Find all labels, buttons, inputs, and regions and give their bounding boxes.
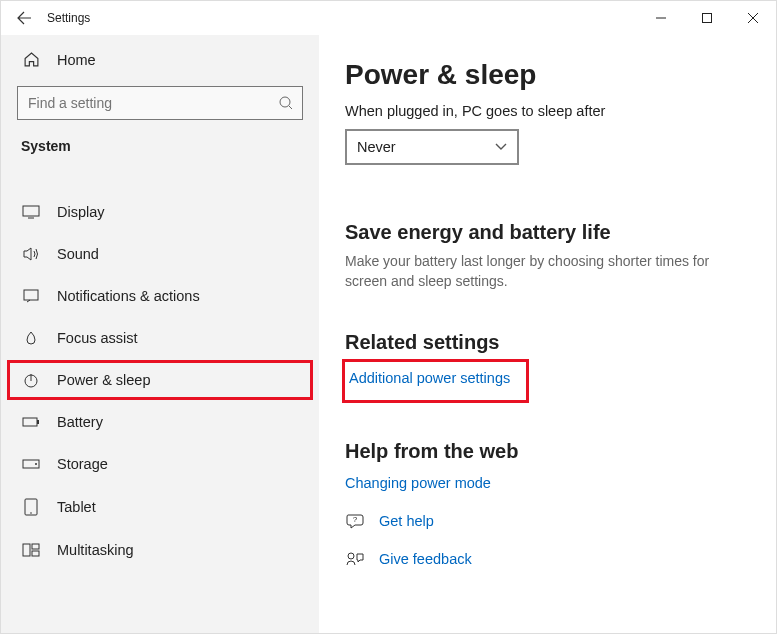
sidebar-item-label: Battery [57,414,103,430]
storage-icon [21,459,41,469]
sleep-select-value: Never [357,139,396,155]
sleep-select[interactable]: Never [345,129,519,165]
sidebar-item-label: Tablet [57,499,96,515]
search-input[interactable] [18,87,302,119]
svg-rect-11 [23,544,30,556]
svg-point-10 [30,512,32,514]
get-help-link[interactable]: Get help [379,509,434,533]
minimize-icon [655,12,667,24]
svg-rect-13 [32,551,39,556]
notifications-icon [21,288,41,304]
sidebar-item-label: Sound [57,246,99,262]
sidebar-item-focus-assist[interactable]: Focus assist [7,318,313,358]
maximize-icon [701,12,713,24]
sidebar-home-label: Home [57,52,96,68]
sidebar-item-label: Focus assist [57,330,138,346]
search-icon [278,95,294,111]
svg-point-8 [35,463,37,465]
sidebar-item-label: Notifications & actions [57,288,200,304]
sidebar-item-display[interactable]: Display [7,192,313,232]
home-icon [21,51,41,68]
page-title: Power & sleep [345,59,750,91]
focus-assist-icon [21,330,41,346]
maximize-button[interactable] [684,1,730,35]
sidebar-home[interactable]: Home [7,41,313,78]
minimize-button[interactable] [638,1,684,35]
main-panel: Power & sleep When plugged in, PC goes t… [319,35,776,633]
sidebar-item-storage[interactable]: Storage [7,444,313,484]
search-input-wrap[interactable] [17,86,303,120]
svg-point-15 [348,553,354,559]
sidebar-item-label: Power & sleep [57,372,151,388]
sidebar-section-label: System [7,134,313,166]
save-energy-body: Make your battery last longer by choosin… [345,252,725,291]
related-settings-heading: Related settings [345,331,750,354]
sidebar-item-label: Display [57,204,105,220]
sidebar-item-notifications[interactable]: Notifications & actions [7,276,313,316]
plugged-in-label: When plugged in, PC goes to sleep after [345,103,750,119]
svg-rect-5 [23,418,37,426]
svg-text:?: ? [353,515,358,524]
multitasking-icon [21,543,41,557]
display-icon [21,205,41,219]
svg-rect-6 [37,420,39,424]
sidebar-item-label: Multitasking [57,542,134,558]
close-icon [747,12,759,24]
additional-power-settings-highlight: Additional power settings [345,362,526,400]
sidebar-item-label: Storage [57,456,108,472]
back-arrow-icon [16,10,32,26]
sidebar-item-power-sleep[interactable]: Power & sleep [7,360,313,400]
sidebar-item-multitasking[interactable]: Multitasking [7,530,313,570]
svg-rect-2 [23,206,39,216]
save-energy-heading: Save energy and battery life [345,221,750,244]
close-button[interactable] [730,1,776,35]
sidebar-item-tablet[interactable]: Tablet [7,486,313,528]
changing-power-mode-link[interactable]: Changing power mode [345,471,491,495]
power-icon [21,372,41,388]
sidebar-item-battery[interactable]: Battery [7,402,313,442]
chevron-down-icon [495,143,507,151]
give-feedback-icon [345,551,365,567]
tablet-icon [21,498,41,516]
get-help-icon: ? [345,513,365,529]
svg-rect-12 [32,544,39,549]
additional-power-settings-link[interactable]: Additional power settings [349,366,510,390]
svg-rect-3 [24,290,38,300]
back-button[interactable] [1,1,47,35]
sound-icon [21,246,41,262]
battery-icon [21,416,41,428]
svg-point-1 [280,97,290,107]
svg-rect-0 [703,14,712,23]
window-title: Settings [47,11,90,25]
sidebar-item-sound[interactable]: Sound [7,234,313,274]
sidebar: Home System Display Sound Notifications … [1,35,319,633]
help-from-web-heading: Help from the web [345,440,750,463]
give-feedback-link[interactable]: Give feedback [379,547,472,571]
